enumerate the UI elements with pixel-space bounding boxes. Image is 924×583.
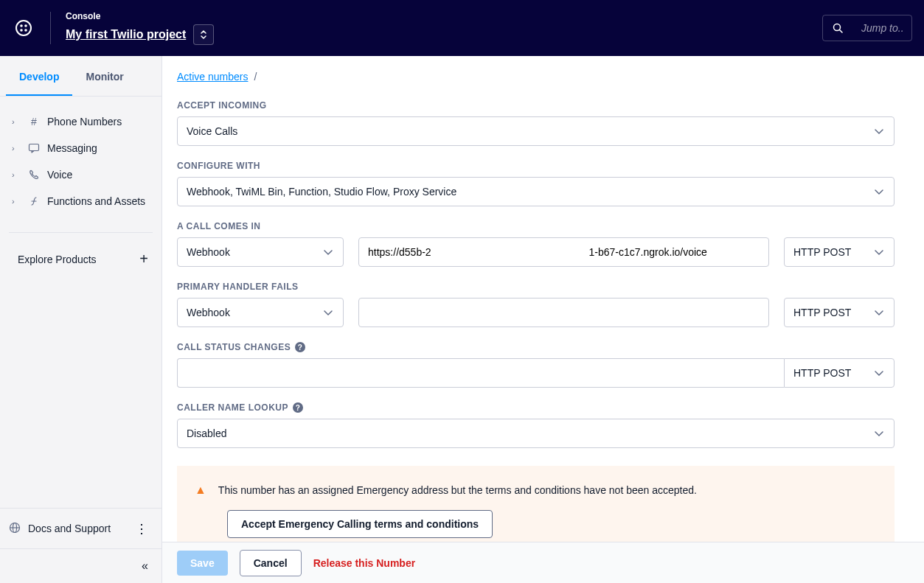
breadcrumb: Active numbers / (177, 71, 895, 83)
sidebar-nav: › # Phone Numbers › Messaging › Voice › … (0, 97, 161, 226)
primary-fails-method-select[interactable]: HTTP POST (784, 298, 895, 327)
field-label: PRIMARY HANDLER FAILS (177, 282, 895, 292)
top-header: Console My first Twilio project (0, 0, 924, 56)
project-name[interactable]: My first Twilio project (66, 28, 186, 41)
chevron-right-icon: › (12, 197, 21, 206)
chevron-double-left-icon: « (142, 559, 148, 573)
field-label-text: CALLER NAME LOOKUP (177, 402, 288, 413)
primary-fails-type-select[interactable]: Webhook (177, 298, 344, 327)
chat-icon (27, 142, 41, 154)
select-value: HTTP POST (793, 367, 851, 379)
chevron-down-icon (875, 186, 883, 198)
svg-point-2 (24, 24, 27, 27)
caller-lookup-select[interactable]: Disabled (177, 419, 895, 448)
sidebar-divider (9, 232, 153, 233)
field-label: CALL STATUS CHANGES ? (177, 342, 895, 352)
twilio-logo-icon[interactable] (12, 16, 35, 40)
call-comes-in-method-select[interactable]: HTTP POST (784, 237, 895, 267)
main-content: Active numbers / ACCEPT INCOMING Voice C… (162, 56, 924, 583)
breadcrumb-separator: / (254, 71, 257, 83)
svg-point-0 (16, 21, 31, 35)
release-number-button[interactable]: Release this Number (313, 557, 416, 569)
plus-icon: + (139, 251, 148, 268)
sidebar-footer: Docs and Support ⋯ « (0, 508, 161, 583)
footer-action-bar: Save Cancel Release this Number (162, 542, 924, 583)
chevron-down-icon (875, 125, 883, 137)
chevron-down-icon (324, 246, 333, 258)
phone-icon (27, 169, 41, 181)
warning-text: This number has an assigned Emergency ad… (218, 484, 697, 496)
chevron-right-icon: › (12, 144, 21, 153)
field-call-status: CALL STATUS CHANGES ? HTTP POST (177, 342, 895, 388)
breadcrumb-active-numbers[interactable]: Active numbers (177, 71, 248, 83)
search-icon[interactable] (823, 15, 852, 41)
chevron-down-icon (324, 307, 333, 318)
svg-line-6 (840, 30, 843, 33)
sidebar-item-messaging[interactable]: › Messaging (0, 135, 161, 161)
field-configure-with: CONFIGURE WITH Webhook, TwiML Bin, Funct… (177, 161, 895, 206)
primary-fails-url-input[interactable] (358, 298, 769, 327)
select-value: Webhook, TwiML Bin, Function, Studio Flo… (187, 186, 456, 198)
more-icon[interactable]: ⋯ (134, 518, 150, 539)
field-label: CONFIGURE WITH (177, 161, 895, 171)
sidebar-item-label: Messaging (47, 142, 150, 154)
chevron-right-icon: › (12, 170, 21, 179)
warning-icon: ▲ (195, 483, 206, 497)
help-icon[interactable]: ? (295, 342, 305, 352)
save-button[interactable]: Save (177, 551, 228, 576)
hash-icon: # (27, 116, 41, 128)
field-caller-lookup: CALLER NAME LOOKUP ? Disabled (177, 402, 895, 448)
collapse-sidebar-button[interactable]: « (0, 549, 161, 583)
field-label: CALLER NAME LOOKUP ? (177, 402, 895, 413)
configure-with-select[interactable]: Webhook, TwiML Bin, Function, Studio Flo… (177, 177, 895, 206)
svg-rect-7 (29, 144, 39, 151)
call-status-url-input[interactable] (177, 358, 784, 388)
sidebar-item-functions-assets[interactable]: › Functions and Assets (0, 188, 161, 214)
sidebar-item-label: Phone Numbers (47, 116, 150, 128)
explore-products[interactable]: Explore Products + (0, 239, 161, 279)
tab-monitor[interactable]: Monitor (72, 56, 136, 96)
docs-label: Docs and Support (28, 523, 111, 534)
field-accept-incoming: ACCEPT INCOMING Voice Calls (177, 100, 895, 146)
global-search[interactable] (822, 15, 912, 41)
chevron-down-icon (875, 427, 883, 439)
sidebar-item-phone-numbers[interactable]: › # Phone Numbers (0, 108, 161, 135)
sidebar: Develop Monitor › # Phone Numbers › Mess… (0, 56, 162, 583)
search-input[interactable] (852, 22, 911, 34)
svg-point-4 (24, 29, 27, 32)
function-icon (27, 195, 41, 207)
sidebar-item-label: Functions and Assets (47, 195, 150, 207)
project-switcher-button[interactable] (193, 24, 214, 45)
console-label: Console (66, 11, 214, 21)
call-comes-in-url-input[interactable] (358, 237, 769, 267)
field-label: ACCEPT INCOMING (177, 100, 895, 111)
sidebar-item-voice[interactable]: › Voice (0, 161, 161, 188)
select-value: Voice Calls (187, 125, 237, 137)
call-status-method-select[interactable]: HTTP POST (784, 358, 895, 388)
select-value: Webhook (187, 307, 230, 318)
chevron-down-icon (875, 307, 883, 318)
chevron-right-icon: › (12, 117, 21, 126)
docs-support[interactable]: Docs and Support ⋯ (0, 509, 161, 549)
accept-terms-button[interactable]: Accept Emergency Calling terms and condi… (227, 510, 493, 538)
call-comes-in-type-select[interactable]: Webhook (177, 237, 344, 267)
chevron-down-icon (875, 367, 883, 379)
field-call-comes-in: A CALL COMES IN Webhook HTTP POST (177, 221, 895, 267)
svg-point-1 (20, 24, 23, 27)
select-value: Webhook (187, 246, 230, 258)
accept-incoming-select[interactable]: Voice Calls (177, 116, 895, 146)
select-value: HTTP POST (793, 307, 851, 318)
field-primary-fails: PRIMARY HANDLER FAILS Webhook HTTP POST (177, 282, 895, 327)
select-value: Disabled (187, 427, 226, 439)
cancel-button[interactable]: Cancel (240, 550, 302, 576)
svg-point-3 (20, 29, 23, 32)
globe-icon (9, 522, 21, 536)
sidebar-tabs: Develop Monitor (0, 56, 161, 97)
header-divider (50, 12, 51, 44)
sidebar-item-label: Voice (47, 169, 150, 181)
field-label: A CALL COMES IN (177, 221, 895, 231)
tab-develop[interactable]: Develop (6, 56, 72, 96)
chevron-down-icon (875, 246, 883, 258)
help-icon[interactable]: ? (293, 402, 303, 413)
field-label-text: CALL STATUS CHANGES (177, 342, 291, 352)
